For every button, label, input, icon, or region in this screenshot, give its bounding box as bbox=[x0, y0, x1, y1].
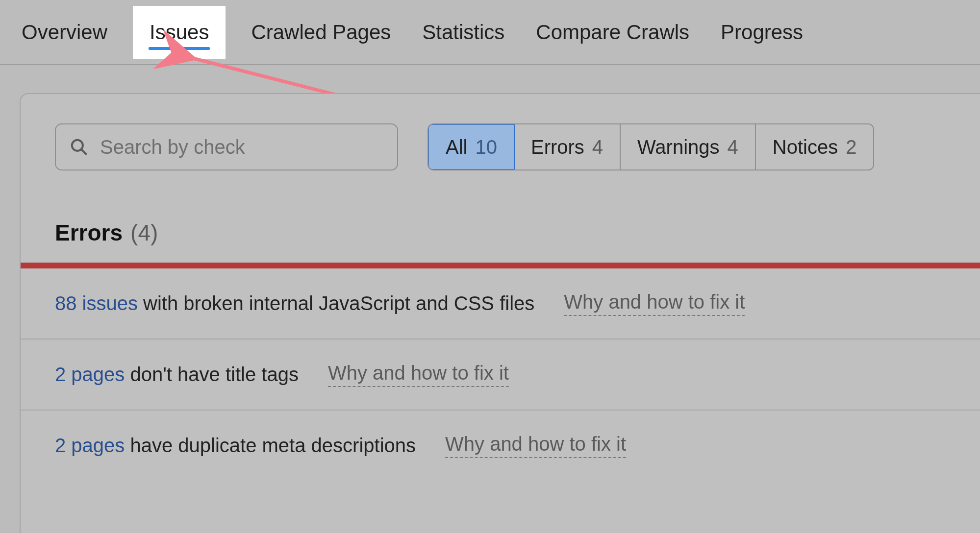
issue-row[interactable]: 2 pages have duplicate meta descriptions… bbox=[21, 411, 980, 481]
filter-count: 4 bbox=[728, 136, 738, 158]
error-severity-bar bbox=[21, 263, 980, 268]
filter-label: All bbox=[446, 136, 467, 158]
issue-count-link[interactable]: 88 issues bbox=[55, 292, 138, 314]
filter-errors[interactable]: Errors 4 bbox=[514, 124, 621, 170]
issue-description: with broken internal JavaScript and CSS … bbox=[138, 292, 534, 314]
issue-text: 88 issues with broken internal JavaScrip… bbox=[55, 292, 534, 315]
tab-compare-crawls[interactable]: Compare Crawls bbox=[534, 6, 691, 59]
search-box[interactable] bbox=[55, 123, 398, 170]
issue-row[interactable]: 2 pages don't have title tags Why and ho… bbox=[21, 339, 980, 411]
issue-count-link[interactable]: 2 pages bbox=[55, 435, 125, 456]
issue-count-link[interactable]: 2 pages bbox=[55, 363, 125, 385]
filter-label: Warnings bbox=[637, 136, 719, 158]
filter-notices[interactable]: Notices 2 bbox=[756, 124, 874, 170]
tab-statistics[interactable]: Statistics bbox=[420, 6, 506, 59]
filter-segmented: All 10 Errors 4 Warnings 4 Notices 2 bbox=[427, 123, 874, 170]
help-link[interactable]: Why and how to fix it bbox=[564, 291, 745, 316]
issues-panel: All 10 Errors 4 Warnings 4 Notices 2 Err… bbox=[20, 93, 980, 533]
section-title: Errors bbox=[55, 219, 123, 246]
issue-list: 88 issues with broken internal JavaScrip… bbox=[21, 268, 980, 481]
tab-bar: Overview Issues Crawled Pages Statistics… bbox=[0, 0, 980, 65]
filter-count: 4 bbox=[592, 136, 603, 158]
tab-issues[interactable]: Issues bbox=[133, 6, 226, 59]
issue-description: don't have title tags bbox=[125, 363, 299, 385]
help-link[interactable]: Why and how to fix it bbox=[445, 433, 626, 458]
issue-text: 2 pages don't have title tags bbox=[55, 363, 299, 386]
filter-count: 2 bbox=[846, 136, 856, 158]
section-heading: Errors (4) bbox=[21, 190, 980, 263]
filter-warnings[interactable]: Warnings 4 bbox=[621, 124, 756, 170]
toolbar: All 10 Errors 4 Warnings 4 Notices 2 bbox=[21, 94, 980, 190]
tab-overview[interactable]: Overview bbox=[20, 6, 109, 59]
tab-crawled-pages[interactable]: Crawled Pages bbox=[249, 6, 393, 59]
tab-progress[interactable]: Progress bbox=[719, 6, 805, 59]
search-input[interactable] bbox=[100, 136, 383, 158]
issue-description: have duplicate meta descriptions bbox=[125, 435, 416, 456]
section-count: (4) bbox=[130, 219, 158, 246]
filter-count: 10 bbox=[475, 136, 497, 158]
issue-text: 2 pages have duplicate meta descriptions bbox=[55, 435, 416, 457]
filter-label: Notices bbox=[773, 136, 838, 158]
filter-all[interactable]: All 10 bbox=[427, 123, 515, 170]
search-icon bbox=[70, 138, 88, 156]
issue-row[interactable]: 88 issues with broken internal JavaScrip… bbox=[21, 268, 980, 339]
filter-label: Errors bbox=[531, 136, 584, 158]
svg-line-2 bbox=[81, 149, 86, 154]
help-link[interactable]: Why and how to fix it bbox=[328, 362, 509, 387]
